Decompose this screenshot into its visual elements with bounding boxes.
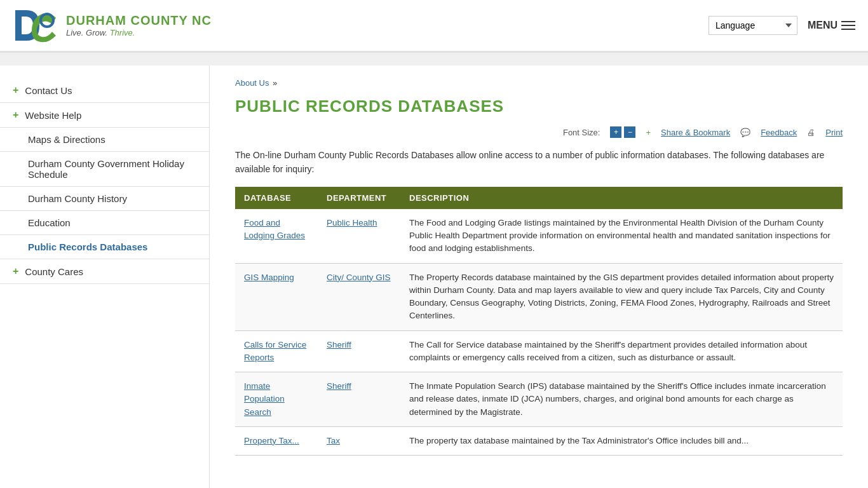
sidebar-item-maps-directions[interactable]: Maps & Directions [0, 128, 209, 152]
plus-icon: + [13, 109, 18, 121]
table-header-department: DEPARTMENT [318, 187, 400, 209]
sidebar-item-public-records[interactable]: Public Records Databases [0, 235, 209, 259]
menu-button[interactable]: MENU [808, 20, 855, 31]
breadcrumb-arrow: » [273, 78, 277, 88]
sidebar-item-website-help[interactable]: + Website Help [0, 103, 209, 128]
main-content: About Us » PUBLIC RECORDS DATABASES Font… [210, 65, 868, 488]
logo-tagline-italic: Thrive. [110, 28, 135, 37]
table-row: Inmate Population SearchSheriffThe Inmat… [235, 372, 843, 427]
logo-tagline: Live. Grow. Thrive. [66, 28, 212, 37]
table-header-description: DESCRIPTION [400, 187, 843, 209]
sidebar-item-education[interactable]: Education [0, 211, 209, 235]
font-size-label: Font Size: [563, 128, 600, 137]
table-cell-description: The Inmate Population Search (IPS) datab… [400, 372, 843, 427]
department-link[interactable]: Public Health [327, 218, 377, 227]
plus-icon: + [13, 266, 18, 277]
table-cell-database: Food and Lodging Grades [235, 209, 318, 263]
sidebar-label: Maps & Directions [28, 134, 105, 145]
site-header: DURHAM COUNTY NC Live. Grow. Thrive. Lan… [0, 0, 868, 53]
table-cell-department: City/ County GIS [318, 263, 400, 330]
sidebar-label: Contact Us [25, 85, 72, 96]
print-link[interactable]: Print [825, 128, 843, 137]
share-bookmark-link[interactable]: Share & Bookmark [661, 128, 730, 137]
sub-header-bar [0, 53, 868, 65]
database-link[interactable]: Calls for Service Reports [244, 340, 306, 362]
header-right: Language MENU [709, 16, 855, 35]
table-cell-department: Public Health [318, 209, 400, 263]
menu-icon [841, 21, 855, 30]
database-link[interactable]: Inmate Population Search [244, 381, 285, 417]
font-decrease-button[interactable]: − [624, 126, 635, 138]
table-cell-department: Sheriff [318, 330, 400, 372]
logo-county-name: DURHAM COUNTY [66, 13, 188, 27]
breadcrumb-parent-link[interactable]: About Us [235, 78, 269, 88]
department-link[interactable]: Sheriff [327, 381, 351, 391]
logo-nc: NC [192, 13, 212, 27]
plus-icon: + [13, 85, 18, 96]
page-layout: + Contact Us + Website Help Maps & Direc… [0, 65, 868, 488]
sidebar-item-contact-us[interactable]: + Contact Us [0, 78, 209, 103]
table-cell-department: Sheriff [318, 372, 400, 427]
table-cell-database: GIS Mapping [235, 263, 318, 330]
table-cell-database: Inmate Population Search [235, 372, 318, 427]
records-table: DATABASE DEPARTMENT DESCRIPTION Food and… [235, 187, 843, 456]
database-link[interactable]: Food and Lodging Grades [244, 218, 305, 240]
logo-tagline-plain: Live. Grow. [66, 28, 107, 37]
department-link[interactable]: Tax [327, 436, 340, 445]
font-increase-button[interactable]: + [610, 126, 621, 138]
database-link[interactable]: GIS Mapping [244, 273, 294, 282]
logo-text: DURHAM COUNTY NC Live. Grow. Thrive. [66, 13, 212, 37]
sidebar-label: Website Help [25, 110, 81, 121]
breadcrumb: About Us » [235, 78, 843, 88]
table-cell-description: The Property Records database maintained… [400, 263, 843, 330]
menu-label: MENU [808, 20, 837, 31]
font-controls: + − [610, 126, 635, 138]
department-link[interactable]: Sheriff [327, 340, 351, 349]
intro-text: The On-line Durham County Public Records… [235, 148, 843, 177]
table-row: GIS MappingCity/ County GISThe Property … [235, 263, 843, 330]
table-row: Property Tax...TaxThe property tax datab… [235, 426, 843, 455]
database-link[interactable]: Property Tax... [244, 436, 299, 445]
sidebar-item-county-history[interactable]: Durham County History [0, 187, 209, 211]
sidebar-label: County Cares [25, 266, 83, 277]
logo-title: DURHAM COUNTY NC [66, 13, 212, 28]
table-cell-database: Calls for Service Reports [235, 330, 318, 372]
sidebar: + Contact Us + Website Help Maps & Direc… [0, 65, 210, 488]
sidebar-label: Durham County History [28, 193, 127, 204]
table-row: Food and Lodging GradesPublic HealthThe … [235, 209, 843, 263]
table-header-database: DATABASE [235, 187, 318, 209]
durham-county-logo-icon [13, 6, 58, 44]
table-header-row: DATABASE DEPARTMENT DESCRIPTION [235, 187, 843, 209]
table-cell-database: Property Tax... [235, 426, 318, 455]
table-cell-department: Tax [318, 426, 400, 455]
department-link[interactable]: City/ County GIS [327, 273, 391, 282]
feedback-link[interactable]: Feedback [761, 128, 797, 137]
table-cell-description: The property tax database maintained by … [400, 426, 843, 455]
sidebar-label: Durham County Government Holiday Schedul… [28, 158, 196, 180]
table-cell-description: The Food and Lodging Grade listings main… [400, 209, 843, 263]
sidebar-item-holiday-schedule[interactable]: Durham County Government Holiday Schedul… [0, 152, 209, 187]
logo-area: DURHAM COUNTY NC Live. Grow. Thrive. [13, 6, 212, 44]
table-row: Calls for Service ReportsSheriffThe Call… [235, 330, 843, 372]
table-cell-description: The Call for Service database maintained… [400, 330, 843, 372]
sidebar-label: Public Records Databases [28, 241, 147, 252]
toolbar: Font Size: + − + Share & Bookmark 💬 Feed… [235, 126, 843, 138]
sidebar-label: Education [28, 217, 71, 228]
page-title: PUBLIC RECORDS DATABASES [235, 97, 843, 116]
language-select[interactable]: Language [709, 16, 797, 35]
sidebar-item-county-cares[interactable]: + County Cares [0, 259, 209, 284]
